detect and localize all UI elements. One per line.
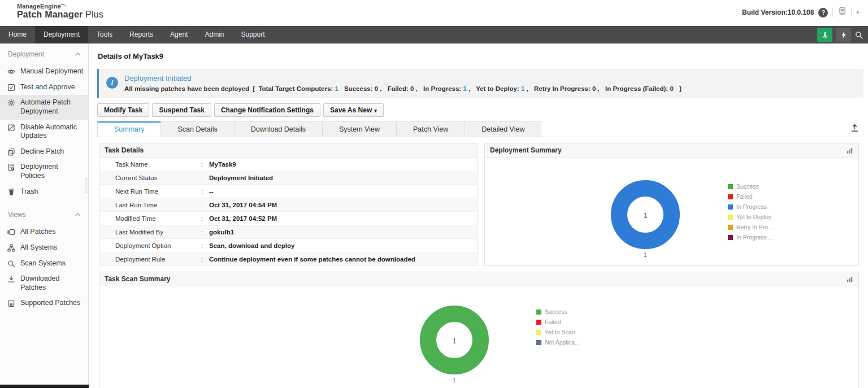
account-dropdown-caret[interactable]: ▾	[856, 10, 859, 15]
table-row: Last Run Time:Oct 31, 2017 04:54 PM	[99, 198, 477, 212]
quick-actions-bolt-button[interactable]	[836, 28, 851, 42]
sidebar-item-downloaded-patches[interactable]: Downloaded Patches	[0, 271, 88, 295]
stat-in-progress: In Progress: 1 ,	[423, 85, 470, 92]
gear-icon	[7, 99, 15, 107]
legend-item-retry-in-progress[interactable]: Retry In Pro...	[728, 224, 773, 230]
legend-item-yet-to-scan[interactable]: Yet to Scan	[536, 329, 580, 335]
sidebar-section-views[interactable]: Views	[0, 204, 88, 224]
eye-icon	[7, 68, 15, 76]
tab-system-view[interactable]: System View	[322, 121, 397, 137]
detail-tabs: Summary Scan Details Download Details Sy…	[97, 121, 859, 137]
stat-retry-in-progress: Retry In Progress: 0 ,	[534, 85, 600, 92]
tab-patch-view[interactable]: Patch View	[396, 121, 465, 137]
bracket-close: ]	[679, 85, 682, 92]
sidebar-item-all-patches[interactable]: All Patches	[0, 224, 88, 240]
download-icon	[7, 275, 15, 283]
legend-swatch	[536, 330, 541, 335]
stat-yet-to-deploy: Yet to Deploy: 1 ,	[476, 85, 528, 92]
table-row: Next Run Time:--	[99, 185, 477, 198]
stat-value-link[interactable]: 1	[335, 85, 338, 92]
help-icon[interactable]: ?	[818, 8, 828, 18]
save-as-new-button[interactable]: Save As New▾	[323, 103, 384, 117]
stat-value-link[interactable]: 1	[463, 85, 466, 92]
sidebar-item-test-and-approve[interactable]: Test and Approve	[0, 80, 88, 95]
sidebar-section-deployment[interactable]: Deployment	[0, 43, 88, 64]
change-notification-settings-button[interactable]: Change Notification Settings	[214, 103, 320, 117]
bracket-open: [	[253, 85, 255, 92]
nav-item-admin[interactable]: Admin	[196, 26, 232, 43]
sidebar-item-scan-systems[interactable]: Scan Systems	[0, 256, 88, 272]
legend-swatch	[728, 194, 733, 199]
tab-download-details[interactable]: Download Details	[234, 121, 323, 137]
modify-task-button[interactable]: Modify Task	[97, 103, 149, 117]
nav-item-deployment[interactable]: Deployment	[35, 26, 88, 43]
sidebar-item-automate-patch-deployment[interactable]: Automate Patch Deployment	[0, 95, 88, 119]
license-icon[interactable]	[837, 7, 847, 18]
getting-started-rocket-button[interactable]	[817, 28, 832, 42]
task-scan-summary-legend: Success Failed Yet to Scan Not Applica..…	[536, 308, 580, 346]
top-header: ManageEngine Patch Manager Plus Build Ve…	[0, 0, 868, 26]
legend-item-in-progress-failed[interactable]: In Progress ...	[728, 234, 773, 241]
bar-chart-icon[interactable]	[847, 147, 853, 154]
suspend-task-button[interactable]: Suspend Task	[152, 103, 211, 117]
legend-swatch	[728, 235, 733, 240]
info-icon: i	[106, 77, 118, 89]
main-content: Details of MyTask9 i Deployment Initiate…	[89, 43, 868, 388]
brand-product-suffix: Plus	[83, 10, 103, 19]
nav-item-tools[interactable]: Tools	[88, 26, 121, 43]
banner-title: Deployment Initiated	[124, 74, 857, 82]
app-logo[interactable]: ManageEngine Patch Manager Plus	[17, 3, 103, 20]
donut-center-value: 1	[448, 337, 461, 345]
sidebar-item-supported-patches[interactable]: Supported Patches	[0, 295, 88, 311]
supported-patches-icon	[7, 299, 15, 307]
bar-chart-icon[interactable]	[847, 276, 853, 282]
legend-item-not-applicable[interactable]: Not Applica...	[536, 339, 580, 346]
decline-patch-icon	[7, 148, 15, 156]
nav-item-reports[interactable]: Reports	[121, 26, 162, 43]
nav-item-support[interactable]: Support	[232, 26, 273, 43]
sidebar-item-trash[interactable]: Trash	[0, 184, 88, 200]
sidebar-item-disable-automatic-updates[interactable]: Disable Automatic Updates	[0, 120, 88, 144]
tab-detailed-view[interactable]: Detailed View	[465, 121, 541, 137]
policy-document-icon	[7, 163, 15, 171]
legend-item-failed[interactable]: Failed	[728, 193, 773, 200]
legend-item-in-progress[interactable]: In Progress	[728, 203, 773, 210]
sidebar-item-decline-patch[interactable]: Decline Patch	[0, 144, 88, 160]
stat-value-link[interactable]: 0	[670, 85, 673, 92]
legend-swatch	[536, 320, 541, 325]
brand-manageengine: ManageEngine	[17, 3, 61, 10]
dropdown-caret-icon: ▾	[374, 108, 377, 114]
stat-value-link[interactable]: 0	[410, 85, 414, 92]
search-icon[interactable]	[854, 30, 863, 40]
legend-item-success[interactable]: Success	[728, 183, 773, 190]
sidebar-resize-handle[interactable]	[85, 178, 88, 193]
export-icon[interactable]	[850, 124, 859, 134]
stat-in-progress-failed: In Progress (Failed): 0	[605, 85, 674, 92]
chevron-up-icon	[75, 53, 80, 56]
stat-success: Success: 0 ,	[344, 85, 382, 92]
stat-value-link[interactable]: 0	[375, 85, 378, 92]
trash-icon	[7, 188, 15, 196]
stat-value-link[interactable]: 1	[521, 85, 524, 92]
legend-item-yet-to-deploy[interactable]: Yet to Deploy	[728, 213, 773, 220]
nav-item-agent[interactable]: Agent	[162, 26, 196, 43]
stat-value-link[interactable]: 0	[592, 85, 596, 92]
task-details-panel: Task Details Task Name:MyTask9 Current S…	[99, 143, 478, 266]
table-row: Task Name:MyTask9	[99, 158, 477, 171]
sidebar-item-manual-deployment[interactable]: Manual Deployment	[0, 64, 88, 80]
task-scan-summary-title: Task Scan Summary	[105, 275, 171, 283]
sidebar: Deployment Manual Deployment Test and Ap…	[0, 43, 89, 388]
nav-item-home[interactable]: Home	[0, 26, 35, 43]
legend-swatch	[536, 340, 541, 345]
check-square-icon	[7, 84, 15, 91]
legend-item-failed[interactable]: Failed	[536, 319, 580, 325]
deployment-summary-panel: Deployment Summary 1 1 Success Failed In…	[484, 143, 859, 266]
donut-slice-label: 1	[644, 252, 647, 258]
sidebar-item-all-systems[interactable]: All Systems	[0, 240, 88, 256]
chevron-up-icon	[75, 213, 80, 216]
tab-summary[interactable]: Summary	[97, 121, 161, 137]
tab-scan-details[interactable]: Scan Details	[160, 121, 234, 137]
sidebar-bottom-bar	[0, 385, 89, 388]
legend-item-success[interactable]: Success	[536, 308, 580, 315]
sidebar-item-deployment-policies[interactable]: Deployment Policies	[0, 159, 88, 184]
